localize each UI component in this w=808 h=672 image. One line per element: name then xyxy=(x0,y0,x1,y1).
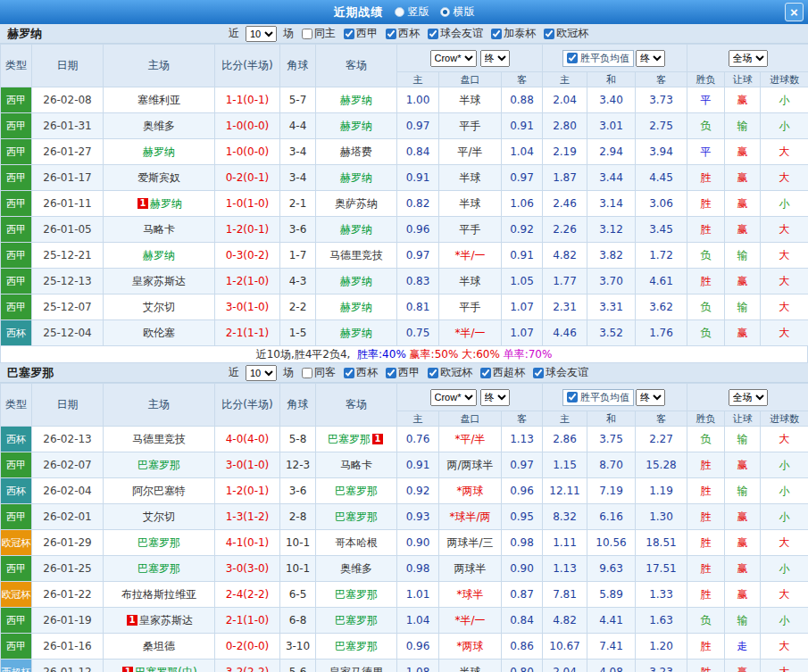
score: 1-0(0-0) xyxy=(215,113,280,139)
sub-col-header: 让球 xyxy=(725,411,761,427)
checkbox-input[interactable] xyxy=(567,392,578,402)
home-team: 艾尔切 xyxy=(104,504,215,530)
league-badge: 西甲 xyxy=(1,139,32,165)
filter-checkbox[interactable]: 同主 xyxy=(302,26,336,41)
away-team-name: 巴塞罗那 xyxy=(335,614,378,626)
away-team: 赫罗纳 xyxy=(316,113,397,139)
checkbox-input[interactable] xyxy=(302,29,312,39)
euro-home-odds: 2.04 xyxy=(543,660,587,672)
odds-company-select[interactable]: Crow* xyxy=(430,50,477,67)
fulltime-select[interactable]: 全场 xyxy=(729,50,768,67)
away-team: 马德里竞技 xyxy=(316,243,397,269)
filter-checkbox[interactable]: 同客 xyxy=(302,365,336,380)
filter-checkbox[interactable]: 西超杯 xyxy=(480,365,525,380)
filter-checkbox[interactable]: 球会友谊 xyxy=(533,365,588,380)
page-title: 近期战绩 xyxy=(334,4,384,21)
red-card-badge: 1 xyxy=(127,615,137,626)
filter-checkbox[interactable]: 加泰杯 xyxy=(491,26,536,41)
checkbox-label: 西甲 xyxy=(356,26,378,41)
euro-away-odds: 2.27 xyxy=(636,427,687,452)
odds-company-select[interactable]: Crow* xyxy=(430,389,477,406)
final-odds-select[interactable]: 终 xyxy=(480,50,510,67)
checkbox-input[interactable] xyxy=(386,29,396,39)
checkbox-input[interactable] xyxy=(491,29,502,39)
checkbox-label: 同主 xyxy=(314,26,336,41)
goals-over-under: 小 xyxy=(761,504,808,530)
final-odds-select[interactable]: 终 xyxy=(480,389,510,406)
checkbox-input[interactable] xyxy=(302,368,312,378)
close-button[interactable]: × xyxy=(785,3,804,21)
win-draw-loss-result: 胜 xyxy=(687,165,725,191)
corners: 3-10 xyxy=(280,634,316,660)
fulltime-select[interactable]: 全场 xyxy=(729,389,768,406)
avg-odds-checkbox[interactable]: 胜平负均值 xyxy=(562,50,634,67)
checkbox-input[interactable] xyxy=(386,368,396,378)
match-count-select[interactable]: 10 xyxy=(246,365,277,381)
filter-checkbox[interactable]: 欧冠杯 xyxy=(544,26,588,41)
league-badge: 西甲 xyxy=(1,608,32,634)
asia-home-odds: 1.00 xyxy=(397,87,439,113)
layout-radio-vertical[interactable]: 竖版 xyxy=(395,4,429,20)
home-team: 阿尔巴塞特 xyxy=(104,478,215,504)
euro-draw-odds: 9.63 xyxy=(587,556,636,582)
asia-home-odds: 0.93 xyxy=(397,504,439,530)
filter-checkbox[interactable]: 西甲 xyxy=(386,365,420,380)
asia-home-odds: 0.91 xyxy=(397,165,439,191)
asia-home-odds: 0.84 xyxy=(397,139,439,165)
home-team-name: 艾尔切 xyxy=(143,510,175,523)
checkbox-input[interactable] xyxy=(428,368,438,378)
match-date: 26-01-17 xyxy=(32,165,104,191)
match-date: 26-01-05 xyxy=(32,217,104,243)
euro-home-odds: 2.19 xyxy=(543,139,587,165)
filter-checkbox[interactable]: 球会友谊 xyxy=(428,26,483,41)
filter-checkbox[interactable]: 欧冠杯 xyxy=(428,365,472,380)
checkbox-input[interactable] xyxy=(344,368,354,378)
asia-away-odds: 0.90 xyxy=(502,556,543,582)
home-team-name: 皇家苏斯达 xyxy=(132,275,186,287)
matches-table: 类型日期主场比分(半场)角球客场Crow*终胜平负均值终全场主盘口客主和客胜负让… xyxy=(0,383,808,672)
checkbox-input[interactable] xyxy=(428,29,438,39)
asia-away-odds: 1.07 xyxy=(502,320,543,346)
home-team: 布拉格斯拉维亚 xyxy=(104,582,215,608)
checkbox-input[interactable] xyxy=(533,368,544,378)
avg-odds-checkbox[interactable]: 胜平负均值 xyxy=(562,389,634,406)
away-team: 皇家马德里 xyxy=(316,660,397,672)
sub-col-header: 主 xyxy=(397,411,439,427)
home-team: 巴塞罗那 xyxy=(104,530,215,556)
home-team: 1皇家苏斯达 xyxy=(104,608,215,634)
layout-radio-horizontal[interactable]: 横版 xyxy=(440,4,475,20)
league-badge: 西甲 xyxy=(1,217,32,243)
asia-away-odds: 1.13 xyxy=(502,427,543,452)
red-card-badge: 1 xyxy=(137,198,148,209)
corners: 6-8 xyxy=(280,608,316,634)
match-row: 欧冠杯26-01-22布拉格斯拉维亚2-4(2-2)6-5巴塞罗那1.01*球半… xyxy=(1,582,808,608)
handicap: 两球半/三 xyxy=(439,530,502,556)
sub-col-header: 客 xyxy=(636,72,687,87)
sub-col-header: 进球数 xyxy=(761,411,808,427)
summary-part: 近10场,胜4平2负4, xyxy=(256,348,357,361)
col-header: 客场 xyxy=(316,384,397,427)
home-team-name: 阿尔巴塞特 xyxy=(132,485,186,497)
handicap-result: 赢 xyxy=(725,530,761,556)
checkbox-label: 西杯 xyxy=(356,365,378,380)
filter-checkbox[interactable]: 西甲 xyxy=(344,26,378,41)
home-team-name: 赫罗纳 xyxy=(150,197,182,210)
filter-checkbox[interactable]: 西杯 xyxy=(344,365,378,380)
checkbox-input[interactable] xyxy=(480,368,491,378)
final-odds-select[interactable]: 终 xyxy=(636,389,665,406)
checkbox-input[interactable] xyxy=(544,29,554,39)
handicap: *两球 xyxy=(439,634,502,660)
match-count-select[interactable]: 10 xyxy=(246,26,277,42)
radio-label: 横版 xyxy=(454,4,475,20)
home-team-name: 巴塞罗那 xyxy=(137,536,180,549)
away-team-name: 赫罗纳 xyxy=(340,120,372,132)
home-team-name: 马德里竞技 xyxy=(132,433,186,445)
euro-home-odds: 8.32 xyxy=(543,504,587,530)
checkbox-input[interactable] xyxy=(567,53,578,63)
euro-home-odds: 4.82 xyxy=(543,608,587,634)
league-badge: 西甲 xyxy=(1,504,32,530)
final-odds-select[interactable]: 终 xyxy=(636,50,665,67)
checkbox-input[interactable] xyxy=(344,29,354,39)
filter-checkbox[interactable]: 西杯 xyxy=(386,26,420,41)
away-team: 赫塔费 xyxy=(316,139,397,165)
